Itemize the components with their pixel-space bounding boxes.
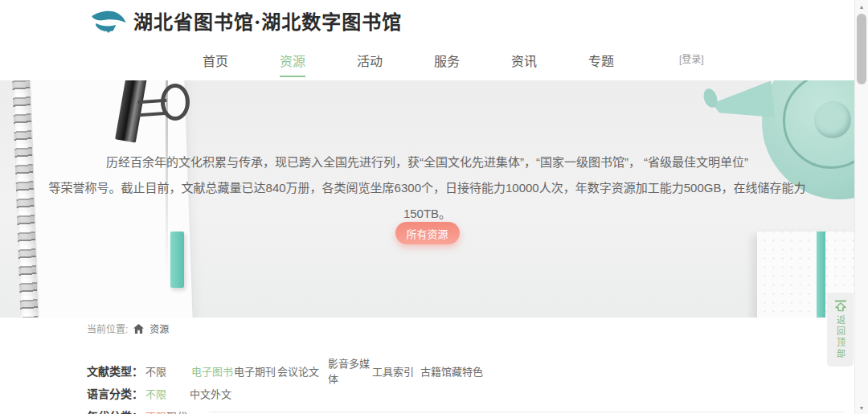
teal-pen-image <box>170 232 184 288</box>
arrow-up-icon <box>833 300 848 312</box>
scrollbar-down-arrow-icon[interactable]: ▼ <box>855 402 868 413</box>
notebook-band-image <box>817 232 825 318</box>
nav-item-home[interactable]: 首页 <box>203 51 228 77</box>
teapot-knob <box>814 101 851 138</box>
filter-option-chinese[interactable]: 中文 <box>190 386 211 401</box>
breadcrumb: 当前位置: 资源 <box>87 322 169 335</box>
breadcrumb-current[interactable]: 资源 <box>149 322 169 335</box>
hero-line-2: 等荣誉称号。截止目前，文献总藏量已达840万册，各类阅览坐席6300个，日接待能… <box>48 175 806 227</box>
scrollbar-thumb[interactable] <box>857 14 866 84</box>
filter-option-modern[interactable]: 现代 <box>166 408 187 414</box>
filter-option-conference-papers[interactable]: 会议论文 <box>277 363 328 379</box>
page: 湖北省图书馆·湖北数字图书馆 首页 资源 活动 服务 资讯 专题 [登录] 历经… <box>0 0 868 414</box>
nav-item-topics[interactable]: 专题 <box>588 51 614 77</box>
filter-row-document-type: 文献类型： 不限 电子图书 电子期刊 会议论文 影音多媒体 工具索引 古籍 馆藏… <box>87 360 836 381</box>
nav-item-activities[interactable]: 活动 <box>357 51 383 77</box>
filter-option-ejournals[interactable]: 电子期刊 <box>234 363 277 379</box>
filter-option-foreign[interactable]: 外文 <box>211 386 231 401</box>
filter-row-era: 年代分类： 不限 现代 <box>87 405 836 414</box>
filter-label-document-type: 文献类型： <box>87 363 145 379</box>
nav-item-news[interactable]: 资讯 <box>511 51 537 77</box>
all-resources-button[interactable]: 所有资源 <box>395 222 459 244</box>
filter-label-era: 年代分类： <box>87 408 145 414</box>
hero-banner: 历经百余年的文化积累与传承，现已跨入全国先进行列，获“全国文化先进集体”，“国家… <box>0 80 854 318</box>
back-to-top-label: 返回顶部 <box>834 315 847 360</box>
filter-option-era-unlimited[interactable]: 不限 <box>145 408 166 414</box>
back-to-top-button[interactable]: 返回顶部 <box>827 293 854 367</box>
filter-option-unlimited[interactable]: 不限 <box>145 363 191 379</box>
site-logo[interactable]: 湖北省图书馆·湖北数字图书馆 <box>90 6 402 35</box>
filter-label-language: 语言分类： <box>87 385 145 401</box>
row-divider <box>209 412 844 412</box>
hero-line-1: 历经百余年的文化积累与传承，现已跨入全国先进行列，获“全国文化先进集体”，“国家… <box>48 150 806 175</box>
hero-intro-text: 历经百余年的文化积累与传承，现已跨入全国先进行列，获“全国文化先进集体”，“国家… <box>48 150 806 227</box>
filter-option-tool-index[interactable]: 工具索引 <box>372 363 420 379</box>
filter-row-language: 语言分类： 不限 中文 外文 <box>87 383 836 404</box>
breadcrumb-prefix-label: 当前位置: <box>87 322 128 335</box>
filter-option-multimedia[interactable]: 影音多媒体 <box>328 355 372 386</box>
nav-item-resources[interactable]: 资源 <box>280 51 305 77</box>
login-link[interactable]: [登录] <box>679 51 704 65</box>
binder-clip-ring <box>161 84 190 121</box>
site-header: 湖北省图书馆·湖北数字图书馆 首页 资源 活动 服务 资讯 专题 [登录] <box>0 0 854 80</box>
main-nav: 首页 资源 活动 服务 资讯 专题 <box>203 51 614 77</box>
filter-option-special-collections[interactable]: 馆藏特色 <box>441 363 483 379</box>
filter-panel: 文献类型： 不限 电子图书 电子期刊 会议论文 影音多媒体 工具索引 古籍 馆藏… <box>87 360 836 414</box>
logo-text: 湖北省图书馆·湖北数字图书馆 <box>133 6 402 35</box>
filter-option-ancient-books[interactable]: 古籍 <box>420 363 441 379</box>
filter-option-ebooks[interactable]: 电子图书 <box>191 363 234 379</box>
home-icon[interactable] <box>133 324 144 334</box>
filter-option-lang-unlimited[interactable]: 不限 <box>145 386 190 401</box>
nav-item-services[interactable]: 服务 <box>434 51 460 77</box>
scrollbar-up-arrow-icon[interactable]: ▲ <box>855 1 868 12</box>
vertical-scrollbar[interactable]: ▲ ▼ <box>854 0 868 414</box>
library-logo-icon <box>90 8 127 34</box>
